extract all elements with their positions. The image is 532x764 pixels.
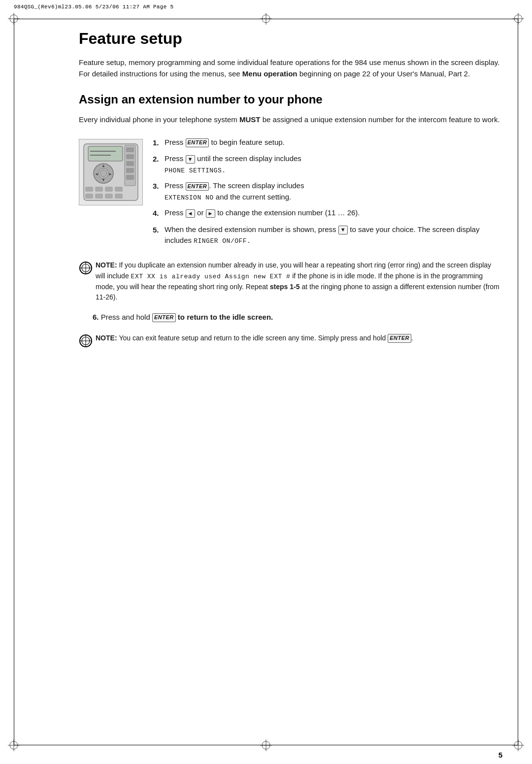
svg-text:▲: ▲ [101, 164, 105, 168]
svg-rect-23 [126, 147, 134, 152]
header-bar: 984QSG_(Rev6)ml23.05.06 5/23/06 11:27 AM… [14, 4, 173, 10]
svg-text:►: ► [108, 172, 112, 176]
step-6-number: 6. [93, 313, 99, 321]
note-2-icon [79, 334, 93, 351]
reg-mark-tr [512, 13, 524, 25]
step-4-number: 4. [153, 207, 165, 219]
step-2: 2. Press ▼ until the screen display incl… [153, 153, 502, 175]
note-2-text2: . [411, 334, 413, 342]
step-1: 1. Press ENTER to begin feature setup. [153, 137, 502, 149]
step-6-text-before: Press and hold [101, 313, 152, 321]
note-2-label: NOTE: [96, 334, 119, 342]
down-key-2: ▼ [186, 155, 195, 164]
note-1-bold: steps 1-5 [270, 283, 300, 291]
page-container: 984QSG_(Rev6)ml23.05.06 5/23/06 11:27 AM… [0, 0, 532, 764]
steps-list: 1. Press ENTER to begin feature setup. 2… [153, 137, 502, 246]
step-3: 3. Press ENTER. The screen display inclu… [153, 180, 502, 202]
page-number: 5 [499, 751, 502, 759]
step-2-content: Press ▼ until the screen display include… [165, 153, 502, 175]
svg-rect-37 [105, 187, 113, 192]
enter-key-1: ENTER [186, 138, 209, 147]
svg-rect-42 [115, 194, 123, 199]
step-4-text-middle: or [195, 208, 206, 217]
note-2-text: You can exit feature setup and return to… [119, 334, 388, 342]
svg-rect-36 [95, 187, 103, 192]
step-6-row: 6. Press and hold ENTER to return to the… [79, 312, 502, 323]
border-left [14, 19, 14, 745]
svg-rect-38 [115, 187, 123, 192]
section-intro: Every individual phone in your telephone… [79, 114, 502, 125]
step-3-mono: EXTENSION NO [165, 194, 214, 201]
step-2-number: 2. [153, 153, 165, 165]
border-right [518, 19, 518, 745]
step-1-content: Press ENTER to begin feature setup. [165, 137, 502, 148]
svg-text:◄: ◄ [95, 172, 99, 176]
step-2-text-before: Press [165, 154, 186, 163]
step-5-number: 5. [153, 224, 165, 236]
step-4-content: Press ◄ or ► to change the extension num… [165, 207, 502, 219]
intro-text2: beginning on page 22 of your User's Manu… [298, 69, 470, 78]
svg-text:▼: ▼ [101, 178, 105, 182]
svg-rect-39 [85, 194, 93, 199]
phone-svg: ▲ ▼ ◄ ► [81, 141, 140, 203]
reg-mark-br [512, 739, 524, 751]
step-5-text-before: When the desired extension number is sho… [165, 225, 338, 233]
intro-paragraph: Feature setup, memory programming and so… [79, 57, 502, 80]
step-4-text-before: Press [165, 208, 186, 217]
step-4-text-after: to change the extension number (11 … 26)… [215, 208, 360, 217]
left-key-4: ◄ [186, 209, 195, 218]
right-key-4: ► [206, 209, 215, 218]
step-1-number: 1. [153, 137, 165, 149]
svg-rect-19 [88, 146, 123, 161]
section-intro-text: Every individual phone in your telephone… [79, 115, 239, 124]
svg-rect-26 [126, 168, 134, 173]
note-1-icon [79, 261, 93, 278]
step-5: 5. When the desired extension number is … [153, 224, 502, 246]
down-key-5: ▼ [338, 226, 348, 234]
step-4: 4. Press ◄ or ► to change the extension … [153, 207, 502, 219]
note-1-label: NOTE: [96, 261, 119, 269]
intro-bold: Menu operation [242, 69, 298, 78]
reg-mark-bc [260, 739, 272, 751]
phone-image: ▲ ▼ ◄ ► [79, 139, 143, 205]
content-area: Feature setup Feature setup, memory prog… [79, 30, 502, 734]
svg-rect-35 [85, 187, 93, 192]
step-2-mono: PHONE SETTINGS. [165, 167, 226, 174]
svg-rect-41 [105, 194, 113, 199]
step-3-content: Press ENTER. The screen display includes… [165, 180, 502, 202]
enter-key-6: ENTER [152, 313, 176, 322]
step-1-text-after: to begin feature setup. [209, 138, 284, 146]
note-1-mono: EXT XX is already used Assign new EXT # [131, 273, 291, 280]
enter-key-3: ENTER [186, 182, 209, 191]
file-info: 984QSG_(Rev6)ml23.05.06 5/23/06 11:27 AM… [14, 4, 173, 10]
note-1-block: NOTE: If you duplicate an extension numb… [79, 260, 502, 303]
svg-rect-25 [126, 161, 134, 166]
note-circle-svg-2 [79, 334, 93, 348]
note-2-content: NOTE: You can exit feature setup and ret… [96, 333, 502, 344]
step-1-text-before: Press [165, 138, 186, 146]
section-intro-bold: MUST [239, 115, 261, 124]
svg-rect-24 [126, 154, 134, 159]
svg-rect-27 [126, 175, 134, 180]
enter-key-note2: ENTER [388, 334, 411, 342]
reg-mark-bl [8, 739, 20, 751]
section-intro-text2: be assigned a unique extension number fo… [261, 115, 500, 124]
steps-container: 1. Press ENTER to begin feature setup. 2… [153, 137, 502, 251]
note-1-content: NOTE: If you duplicate an extension numb… [96, 260, 502, 303]
step-5-mono: RINGER ON/OFF. [194, 237, 251, 245]
reg-mark-tl [8, 13, 20, 25]
svg-point-34 [100, 170, 107, 177]
page-title: Feature setup [79, 30, 502, 48]
reg-mark-tc [260, 13, 272, 25]
svg-rect-40 [95, 194, 103, 199]
note-2-block: NOTE: You can exit feature setup and ret… [79, 333, 502, 351]
step-3-text-after2: and the current setting. [214, 193, 292, 201]
step-6-text-after: to return to the idle screen. [176, 313, 273, 321]
step-3-text-before: Press [165, 181, 186, 190]
step-5-content: When the desired extension number is sho… [165, 224, 502, 246]
step-3-number: 3. [153, 180, 165, 192]
section-heading: Assign an extension number to your phone [79, 92, 502, 107]
content-with-image: ▲ ▼ ◄ ► [79, 137, 502, 251]
note-circle-svg-1 [79, 261, 93, 275]
